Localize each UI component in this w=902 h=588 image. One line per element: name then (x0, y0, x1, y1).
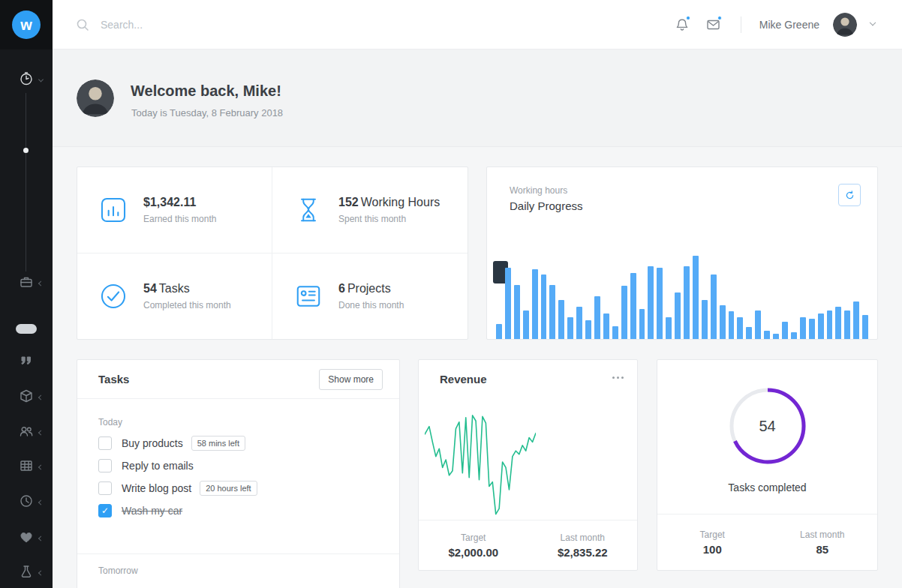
sidebar-item-labs[interactable] (0, 564, 53, 582)
sidebar-item-favorites[interactable] (0, 530, 53, 548)
tasks-section-today: Today (98, 417, 122, 428)
stat-working-hours: 152Working Hours Spent this month (272, 167, 468, 254)
progress-bar (532, 269, 538, 339)
search-icon (75, 17, 90, 35)
progress-bar (675, 292, 681, 339)
user-avatar[interactable] (833, 13, 857, 37)
sidebar-submenu-active-dot[interactable] (23, 148, 29, 153)
dashboard-icon (19, 71, 34, 89)
progress-bar (862, 315, 868, 339)
app-logo[interactable]: w (12, 10, 41, 39)
revenue-title: Revenue (440, 373, 487, 386)
stats-card: $1,342.11 Earned this month 152Working H… (77, 166, 468, 340)
sidebar-active-indicator[interactable] (16, 324, 37, 334)
revenue-footer: Target $2,000.00 Last month $2,835.22 (419, 520, 637, 570)
stat-earned: $1,342.11 Earned this month (77, 167, 272, 254)
revenue-target-value: $2,000.00 (448, 546, 498, 559)
sidebar-item-briefcase[interactable] (0, 274, 53, 292)
donut-chart: 54 (657, 384, 877, 468)
sidebar-item-users[interactable] (0, 424, 53, 442)
heart-icon (19, 530, 34, 548)
tasks-completed-card: 54 Tasks completed Target 100 Last month… (657, 359, 878, 571)
notifications-bell-icon[interactable] (673, 16, 691, 34)
completed-last-month-label: Last month (800, 530, 844, 540)
progress-bar (764, 331, 770, 339)
revenue-last-month-value: $2,835.22 (558, 546, 608, 559)
sidebar-item-time[interactable] (0, 494, 53, 512)
welcome-banner: Welcome back, Mike! Today is Tuesday, 8 … (53, 50, 902, 147)
progress-bar (844, 310, 850, 339)
stat-label: Completed this month (143, 300, 231, 310)
progress-bar (737, 317, 743, 339)
progress-bar (549, 285, 555, 339)
hourglass-icon (292, 194, 325, 226)
sidebar-submenu-track (26, 93, 26, 272)
chevron-down-icon[interactable] (870, 20, 876, 26)
progress-bar (746, 327, 752, 339)
progress-bar (818, 314, 824, 339)
progress-bar (630, 273, 636, 339)
tasks-completed-footer: Target 100 Last month 85 (657, 514, 877, 570)
chevron-left-icon (38, 394, 44, 400)
progress-bar (773, 334, 779, 339)
progress-bar (639, 309, 645, 339)
package-icon (19, 388, 34, 406)
welcome-avatar (77, 80, 114, 117)
sidebar-item-quotes[interactable] (0, 352, 53, 370)
progress-bar (594, 296, 600, 339)
task-item: Reply to emails (98, 454, 384, 477)
sidebar-item-packages[interactable] (0, 388, 53, 406)
more-options-icon[interactable] (617, 376, 619, 379)
stat-suffix: Tasks (159, 282, 190, 295)
chevron-left-icon (38, 570, 44, 575)
revenue-card: Revenue Target $2,000.00 Last month $2,8… (418, 359, 638, 571)
refresh-button[interactable] (838, 184, 861, 206)
completed-target-label: Target (700, 530, 725, 540)
top-header: Mike Greene (53, 0, 902, 50)
sidebar: w (0, 0, 53, 588)
task-label: Reply to emails (122, 460, 194, 472)
progress-bar (666, 317, 672, 339)
progress-bar (657, 268, 663, 339)
revenue-line-chart (425, 406, 536, 518)
tasks-completed-label: Tasks completed (657, 482, 877, 494)
working-hours-card: Working hours Daily Progress (486, 166, 878, 340)
stat-tasks: 54Tasks Completed this month (77, 254, 272, 340)
sidebar-item-dashboard[interactable] (0, 71, 53, 89)
logo-area: w (0, 0, 53, 50)
stat-value: 54 (143, 282, 157, 295)
bar-chart-icon (97, 194, 130, 226)
task-checkbox[interactable]: ✓ (98, 504, 112, 518)
tasks-title: Tasks (98, 373, 129, 386)
users-icon (19, 424, 34, 442)
table-icon (19, 458, 34, 476)
chevron-left-icon (38, 500, 44, 505)
messages-envelope-icon[interactable] (705, 16, 723, 34)
progress-bar (558, 300, 564, 339)
message-dot (717, 16, 722, 20)
tasks-card: Tasks Show more Today Buy products58 min… (77, 359, 400, 588)
daily-progress-bars (496, 252, 868, 339)
user-name[interactable]: Mike Greene (759, 19, 819, 31)
task-checkbox[interactable] (98, 436, 112, 450)
progress-bar (585, 320, 591, 339)
welcome-subtitle: Today is Tuesday, 8 February 2018 (131, 107, 283, 118)
stat-value: 152 (338, 196, 359, 208)
tasks-completed-value: 54 (726, 384, 810, 468)
show-more-button[interactable]: Show more (319, 369, 383, 390)
stat-label: Done this month (338, 300, 404, 310)
header-divider (741, 16, 741, 33)
progress-bar (809, 319, 815, 339)
progress-bar (853, 302, 859, 339)
task-checkbox[interactable] (98, 459, 112, 472)
flask-icon (19, 564, 34, 582)
progress-bar (800, 317, 806, 339)
progress-bar (621, 286, 627, 339)
search-input[interactable] (101, 14, 341, 36)
task-checkbox[interactable] (98, 482, 112, 495)
chevron-left-icon (38, 464, 44, 470)
sidebar-item-tables[interactable] (0, 458, 53, 476)
progress-bar (755, 310, 761, 339)
task-label: Buy products (122, 437, 183, 449)
notification-dot (686, 16, 690, 20)
